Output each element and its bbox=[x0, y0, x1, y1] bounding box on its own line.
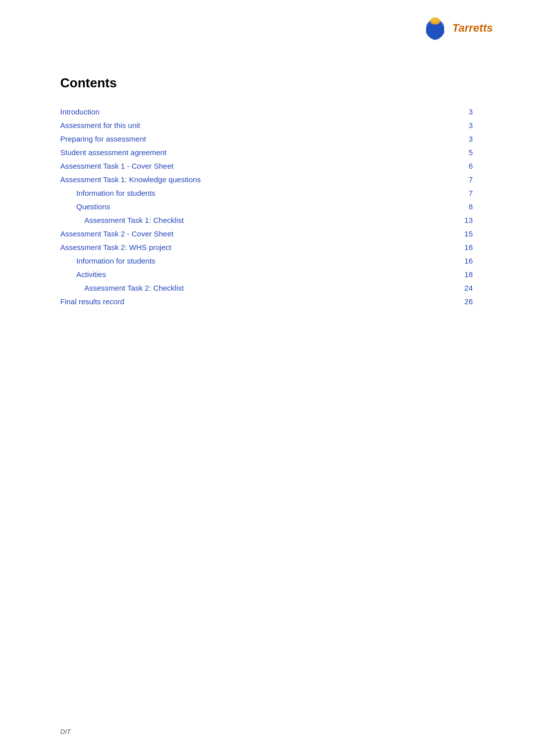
toc-page-7: 8 bbox=[458, 202, 473, 211]
toc-page-10: 16 bbox=[458, 243, 473, 251]
toc-item: Assessment Task 2: Checklist 24 bbox=[60, 281, 473, 295]
contents-heading: Contents bbox=[60, 75, 473, 91]
toc-link-10[interactable]: Assessment Task 2: WHS project bbox=[60, 243, 171, 251]
toc-page-13: 24 bbox=[458, 284, 473, 292]
toc-item: Activities 18 bbox=[60, 268, 473, 281]
toc-link-13[interactable]: Assessment Task 2: Checklist bbox=[60, 284, 184, 292]
logo-icon bbox=[422, 15, 448, 41]
toc-link-7[interactable]: Questions bbox=[60, 202, 110, 211]
toc-item: Information for students 16 bbox=[60, 254, 473, 268]
toc-item: Introduction 3 bbox=[60, 105, 473, 118]
toc-link-4[interactable]: Assessment Task 1 - Cover Sheet bbox=[60, 162, 174, 170]
toc-item: Questions 8 bbox=[60, 200, 473, 213]
toc-link-3[interactable]: Student assessment agreement bbox=[60, 148, 167, 157]
toc-item: Assessment Task 2 - Cover Sheet 15 bbox=[60, 227, 473, 240]
toc-link-11[interactable]: Information for students bbox=[60, 257, 156, 265]
toc-dots bbox=[102, 114, 455, 114]
page: Tarretts Contents Introduction 3 Assessm… bbox=[0, 0, 533, 756]
toc-page-0: 3 bbox=[458, 107, 473, 116]
toc-link-0[interactable]: Introduction bbox=[60, 107, 99, 116]
toc-link-12[interactable]: Activities bbox=[60, 270, 106, 279]
toc-link-9[interactable]: Assessment Task 2 - Cover Sheet bbox=[60, 229, 174, 238]
footer-text: DIT bbox=[60, 728, 71, 735]
toc-item: Student assessment agreement 5 bbox=[60, 146, 473, 159]
toc-item: Preparing for assessment 3 bbox=[60, 132, 473, 146]
toc-page-3: 5 bbox=[458, 148, 473, 157]
toc-dots bbox=[127, 304, 455, 304]
toc-dots bbox=[174, 249, 455, 250]
toc-page-11: 16 bbox=[458, 257, 473, 265]
toc-dots bbox=[109, 277, 455, 277]
toc-dots bbox=[187, 290, 455, 291]
toc-link-8[interactable]: Assessment Task 1: Checklist bbox=[60, 216, 184, 224]
toc-link-5[interactable]: Assessment Task 1: Knowledge questions bbox=[60, 175, 201, 184]
toc-item: Assessment Task 1 - Cover Sheet 6 bbox=[60, 159, 473, 173]
toc-dots bbox=[159, 195, 455, 196]
toc-link-6[interactable]: Information for students bbox=[60, 189, 156, 197]
toc-page-5: 7 bbox=[458, 175, 473, 184]
toc-container: Introduction 3 Assessment for this unit … bbox=[60, 105, 473, 308]
toc-dots bbox=[143, 128, 455, 128]
toc-page-6: 7 bbox=[458, 189, 473, 197]
toc-link-14[interactable]: Final results record bbox=[60, 297, 124, 306]
toc-item: Assessment for this unit 3 bbox=[60, 118, 473, 132]
footer: DIT bbox=[60, 727, 71, 736]
toc-page-4: 6 bbox=[458, 162, 473, 170]
toc-page-12: 18 bbox=[458, 270, 473, 279]
toc-dots bbox=[159, 263, 455, 264]
toc-page-14: 26 bbox=[458, 297, 473, 306]
toc-page-1: 3 bbox=[458, 121, 473, 130]
toc-item: Information for students 7 bbox=[60, 186, 473, 200]
toc-link-1[interactable]: Assessment for this unit bbox=[60, 121, 140, 130]
toc-page-8: 13 bbox=[458, 216, 473, 224]
logo-area: Tarretts bbox=[422, 15, 493, 41]
logo-brand-text: Tarretts bbox=[452, 22, 493, 35]
toc-link-2[interactable]: Preparing for assessment bbox=[60, 135, 146, 143]
toc-dots bbox=[177, 236, 455, 236]
toc-dots bbox=[149, 141, 455, 142]
toc-item: Assessment Task 1: Checklist 13 bbox=[60, 213, 473, 227]
toc-page-2: 3 bbox=[458, 135, 473, 143]
toc-dots bbox=[187, 222, 455, 223]
toc-dots bbox=[177, 168, 455, 169]
toc-dots bbox=[170, 155, 455, 155]
toc-dots bbox=[113, 209, 455, 209]
toc-dots bbox=[204, 182, 455, 182]
toc-item: Final results record 26 bbox=[60, 295, 473, 308]
toc-page-9: 15 bbox=[458, 229, 473, 238]
svg-point-2 bbox=[431, 18, 439, 23]
toc-item: Assessment Task 2: WHS project 16 bbox=[60, 240, 473, 254]
toc-item: Assessment Task 1: Knowledge questions 7 bbox=[60, 173, 473, 186]
